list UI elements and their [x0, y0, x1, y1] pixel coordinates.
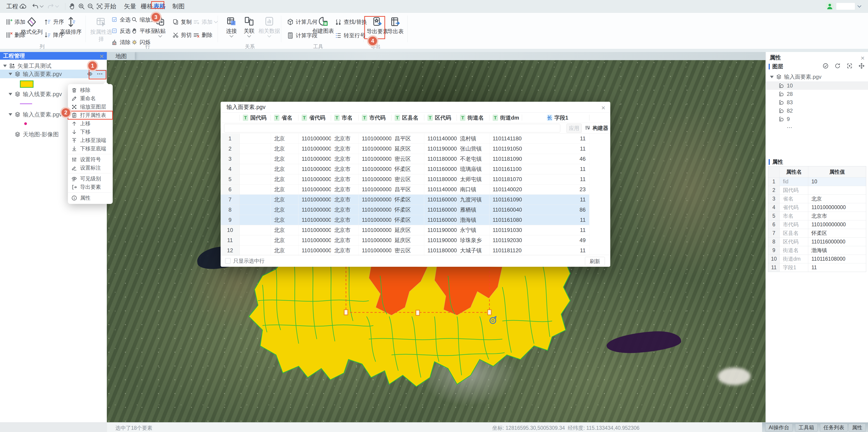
copy-button[interactable]: 复制 [173, 18, 192, 26]
table-row[interactable]: 5 北京 110100000000 北京市 110100000000 密云区 1… [221, 174, 610, 185]
table-row[interactable]: 12 北京 110100000000 北京市 110100000000 密云区 … [221, 245, 610, 256]
cell[interactable]: 怀柔区 [392, 215, 424, 225]
cell[interactable]: 不老屯镇 [457, 154, 490, 164]
cell[interactable] [240, 235, 271, 245]
export-features-button[interactable]: 导出要素 [366, 16, 389, 35]
cell[interactable]: 110100000000 [359, 195, 392, 205]
attribute-value[interactable]: 渤海镇 [808, 246, 866, 255]
column-header[interactable]: T街道名 [457, 112, 490, 123]
cell[interactable]: 110118112000 [490, 245, 522, 256]
menu-item-set-symbol[interactable]: 设置符号 [68, 155, 113, 164]
cell[interactable]: 流村镇 [457, 134, 490, 144]
attribute-row[interactable]: 6 市代码 110100000000 [768, 220, 866, 229]
table-row[interactable]: 4 北京 110100000000 北京市 110100000000 怀柔区 1… [221, 164, 610, 174]
tab-cartography[interactable]: 制图 [173, 0, 185, 13]
cell[interactable] [240, 154, 271, 164]
cell[interactable]: 昌平区 [392, 134, 424, 144]
cell[interactable]: 110100000000 [359, 144, 392, 154]
column-header[interactable]: T国代码 [240, 112, 271, 123]
table-row[interactable]: 8 北京 110100000000 北京市 110100000000 怀柔区 1… [221, 205, 610, 215]
cell[interactable]: 110116000000 [424, 195, 457, 205]
zoom-in-icon[interactable] [78, 0, 85, 13]
cell[interactable]: 110116110000 [490, 164, 522, 174]
cell[interactable]: 110119105000 [490, 144, 522, 154]
eye-icon[interactable] [87, 71, 93, 77]
cell[interactable]: 琉璃庙镇 [457, 164, 490, 174]
table-row[interactable]: 7 北京 110100000000 北京市 110100000000 怀柔区 1… [221, 195, 610, 205]
undo-icon[interactable] [32, 0, 39, 13]
cell[interactable] [240, 185, 271, 195]
cell[interactable]: 110119000000 [424, 225, 457, 235]
cell[interactable]: 雁栖镇 [457, 205, 490, 215]
cell[interactable]: 北京 [271, 174, 299, 185]
cut-button[interactable]: 剪切 [173, 31, 192, 39]
tab-raster[interactable]: 栅格 [141, 0, 153, 13]
cell[interactable]: 九渡河镇 [457, 195, 490, 205]
menu-item-visible-scale[interactable]: 可见级别 [68, 174, 113, 183]
cell[interactable]: 110100000000 [359, 245, 392, 256]
dialog-close-icon[interactable]: × [601, 104, 605, 111]
close-panel-icon[interactable]: × [99, 53, 104, 60]
feature-item[interactable]: 9 [766, 115, 868, 123]
expression-builder-button[interactable]: 构建器 [585, 124, 608, 132]
cell[interactable]: 110100000000 [359, 174, 392, 185]
select-check-icon[interactable] [823, 63, 829, 69]
cell[interactable]: 北京市 [331, 195, 359, 205]
cell[interactable]: 110100000000 [359, 215, 392, 225]
menu-item-remove[interactable]: 移除 [68, 86, 113, 94]
project-menu[interactable]: 工程 [6, 0, 18, 13]
cell[interactable]: 86 [522, 205, 589, 215]
cell[interactable]: 23 [522, 185, 589, 195]
line-symbol-swatch[interactable] [20, 103, 32, 104]
cell[interactable]: 110100000000 [299, 154, 331, 164]
cell[interactable]: 11 [522, 245, 589, 256]
attribute-row[interactable]: 8 区代码 110116000000 [768, 237, 866, 246]
point-symbol-swatch[interactable] [24, 122, 27, 125]
menu-item-move-to-top[interactable]: 上移至顶端 [68, 136, 113, 144]
tab-table[interactable]: 表格 [153, 0, 166, 13]
cell[interactable]: 北京市 [331, 205, 359, 215]
cell[interactable] [240, 144, 271, 154]
username-field[interactable] [836, 3, 855, 10]
column-header[interactable]: T省代码 [299, 112, 331, 123]
tab-start[interactable]: 开始 [104, 0, 116, 13]
cell[interactable]: 110100000000 [359, 134, 392, 144]
undo-dropdown-icon[interactable] [40, 0, 43, 13]
cell[interactable]: 延庆区 [392, 225, 424, 235]
menu-item-rename[interactable]: 重命名 [68, 94, 113, 103]
cell[interactable]: 110100000000 [359, 225, 392, 235]
caret-down-icon[interactable] [9, 93, 12, 95]
cell[interactable]: 北京 [271, 225, 299, 235]
cell[interactable]: 110118000000 [424, 174, 457, 185]
cell[interactable]: 珍珠泉乡 [457, 235, 490, 245]
cell[interactable]: 北京市 [331, 235, 359, 245]
cell[interactable]: 11 [522, 164, 589, 174]
menu-item-move-down[interactable]: 下移 [68, 128, 113, 136]
column-header[interactable]: T区县名 [392, 112, 424, 123]
cell[interactable]: 北京 [271, 215, 299, 225]
row-number-cell[interactable]: 5 [221, 174, 240, 185]
cell[interactable]: 110114118000 [490, 134, 522, 144]
cell[interactable]: 110116108000 [490, 215, 522, 225]
pan-tool-icon[interactable] [68, 0, 76, 13]
cell[interactable]: 110119000000 [424, 235, 457, 245]
cell[interactable]: 49 [522, 235, 589, 245]
row-number-cell[interactable]: 9 [221, 215, 240, 225]
attribute-value[interactable]: 怀柔区 [808, 229, 866, 237]
cell[interactable]: 110118000000 [424, 154, 457, 164]
cell[interactable]: 北京市 [331, 215, 359, 225]
refresh-icon[interactable] [835, 63, 841, 69]
column-header[interactable]: T省名 [271, 112, 299, 123]
polygon-symbol-swatch[interactable] [20, 80, 33, 88]
cell[interactable]: 北京市 [331, 245, 359, 256]
cell[interactable]: 110118000000 [424, 245, 457, 256]
row-number-cell[interactable]: 3 [221, 154, 240, 164]
properties-button[interactable]: 属性 [848, 424, 866, 432]
cell[interactable]: 110119103000 [490, 225, 522, 235]
cell[interactable]: 11 [522, 134, 589, 144]
feature-item[interactable]: ⋯ [766, 123, 868, 132]
table-row[interactable]: 6 北京 110100000000 北京市 110100000000 昌平区 1… [221, 185, 610, 195]
user-avatar[interactable] [826, 2, 834, 11]
cell[interactable]: 北京 [271, 195, 299, 205]
cell[interactable]: 北京市 [331, 185, 359, 195]
